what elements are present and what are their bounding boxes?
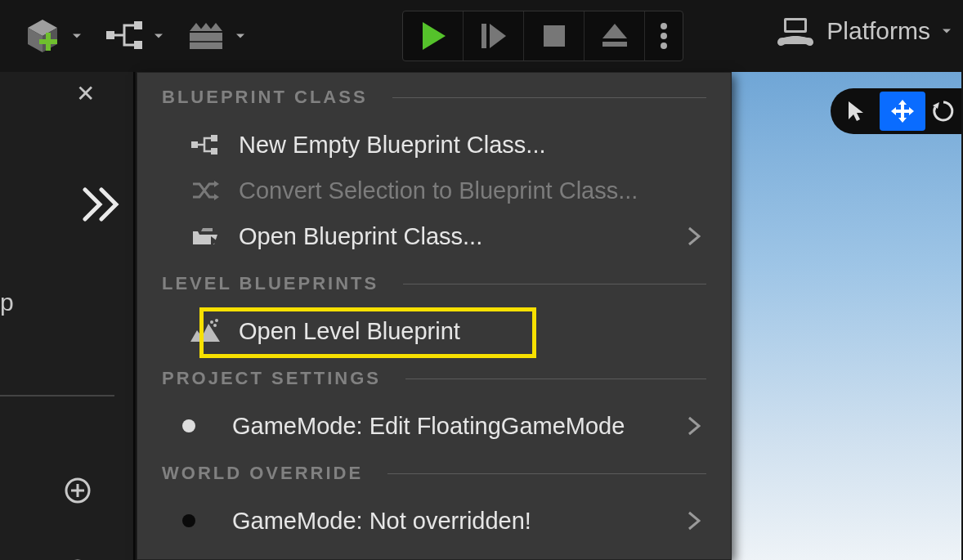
rotate-mode-button[interactable] (925, 92, 961, 131)
blueprints-dropdown-menu: BLUEPRINT CLASS New Empty Blueprint Clas… (137, 72, 732, 560)
svg-rect-7 (134, 41, 142, 49)
svg-rect-9 (190, 41, 222, 43)
chevron-down-icon (150, 28, 167, 44)
svg-marker-12 (209, 23, 222, 31)
menu-item-label: Open Blueprint Class... (239, 223, 682, 250)
play-controls (402, 11, 683, 61)
menu-item-gamemode-not-overridden[interactable]: GameMode: Not overridden! (137, 498, 731, 544)
svg-rect-4 (39, 39, 57, 44)
menu-item-label: Convert Selection to Blueprint Class... (239, 177, 706, 204)
menu-item-label: GameMode: Not overridden! (232, 508, 682, 535)
svg-point-20 (661, 33, 667, 39)
svg-rect-28 (211, 135, 217, 141)
truncated-label: p (0, 289, 14, 316)
section-label: LEVEL BLUEPRINTS (162, 273, 378, 294)
svg-rect-16 (544, 25, 565, 47)
menu-item-new-empty-blueprint[interactable]: New Empty Blueprint Class... (137, 122, 731, 168)
chevron-right-icon (682, 226, 706, 246)
select-mode-button[interactable] (834, 92, 880, 131)
shuffle-icon (186, 179, 224, 202)
cinematics-button[interactable] (181, 11, 255, 60)
play-options-button[interactable] (645, 11, 683, 60)
menu-item-label: New Empty Blueprint Class... (239, 132, 706, 159)
chevron-right-icon (682, 511, 706, 531)
svg-point-34 (210, 320, 213, 324)
blueprint-node-icon (186, 133, 224, 156)
divider (405, 379, 706, 379)
section-header-project-settings: PROJECT SETTINGS (137, 354, 731, 403)
svg-marker-13 (423, 22, 446, 50)
section-label: PROJECT SETTINGS (162, 368, 381, 389)
stop-button[interactable] (524, 11, 585, 60)
toolbar-left-group (16, 11, 263, 60)
divider (403, 284, 706, 284)
section-label: BLUEPRINT CLASS (162, 87, 368, 108)
add-button[interactable] (64, 477, 92, 504)
svg-rect-29 (211, 148, 217, 155)
menu-item-label: GameMode: Edit FloatingGameMode (232, 413, 682, 440)
left-panel: ✕ p (0, 72, 135, 560)
svg-marker-17 (602, 24, 627, 38)
chevron-down-icon (232, 28, 249, 44)
menu-item-gamemode-edit[interactable]: GameMode: Edit FloatingGameMode (137, 403, 731, 449)
add-content-button[interactable] (16, 11, 92, 60)
svg-rect-6 (134, 21, 142, 29)
chevron-down-icon (938, 17, 955, 45)
expand-panel-button[interactable] (82, 186, 123, 222)
svg-point-35 (215, 319, 218, 322)
main-toolbar: Platforms (0, 0, 963, 72)
svg-marker-31 (214, 194, 219, 200)
menu-item-label: Open Level Blueprint (239, 318, 706, 345)
svg-rect-5 (106, 31, 114, 39)
translate-mode-button[interactable] (880, 92, 925, 131)
divider (0, 395, 114, 396)
menu-item-open-level-blueprint[interactable]: Open Level Blueprint (137, 308, 731, 354)
svg-point-19 (661, 23, 667, 29)
chevron-right-icon (682, 416, 706, 436)
chevron-down-icon (69, 28, 85, 44)
svg-rect-27 (191, 141, 198, 148)
blueprints-button[interactable] (100, 11, 173, 60)
folder-open-icon (186, 225, 224, 248)
divider (387, 473, 706, 474)
svg-rect-14 (482, 24, 486, 48)
play-button[interactable] (403, 11, 464, 60)
level-viewport[interactable] (732, 72, 963, 560)
gamepad-icon (776, 16, 815, 46)
level-icon (186, 319, 224, 343)
platforms-label: Platforms (826, 17, 930, 45)
svg-rect-23 (786, 20, 804, 30)
menu-item-open-blueprint-class[interactable]: Open Blueprint Class... (137, 213, 731, 259)
eject-button[interactable] (585, 11, 645, 60)
svg-marker-30 (214, 181, 219, 187)
svg-rect-18 (602, 42, 627, 47)
close-icon[interactable]: ✕ (76, 80, 95, 107)
step-button[interactable] (464, 11, 524, 60)
section-header-blueprint-class: BLUEPRINT CLASS (137, 73, 731, 122)
menu-item-convert-selection: Convert Selection to Blueprint Class... (137, 168, 731, 213)
viewport-transform-toolbar (831, 88, 961, 134)
section-header-level-blueprints: LEVEL BLUEPRINTS (137, 259, 731, 308)
svg-point-21 (661, 43, 667, 49)
section-header-world-override: WORLD OVERRIDE (137, 449, 731, 498)
platforms-button[interactable]: Platforms (776, 16, 955, 46)
bullet-icon (170, 514, 208, 527)
section-label: WORLD OVERRIDE (162, 463, 363, 484)
bullet-icon (170, 419, 208, 432)
divider (392, 97, 706, 98)
svg-marker-15 (490, 24, 506, 48)
svg-point-36 (213, 324, 217, 327)
